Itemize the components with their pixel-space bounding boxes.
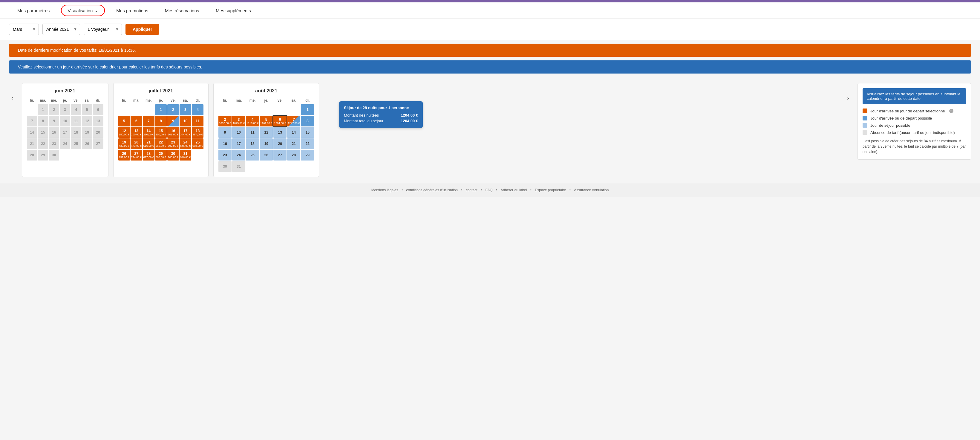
footer-link-cgu[interactable]: conditions générales d'utilisation (406, 188, 458, 192)
table-row[interactable]: 28 (287, 150, 300, 161)
table-row[interactable]: 6 (130, 116, 142, 126)
selected-day[interactable]: 61204,00 € (274, 116, 286, 126)
calendar-aout: août 2021 lu. ma. me. je. ve. sa. di. 1 … (213, 83, 319, 177)
table-row[interactable]: 19430,00 € (118, 139, 130, 149)
table-row[interactable]: 8 (155, 116, 167, 126)
table-row[interactable]: 23602,00 € (167, 139, 179, 149)
table-row[interactable]: 16 (218, 139, 232, 149)
table-row[interactable]: 24 (232, 150, 245, 161)
table-row[interactable]: 25 (246, 150, 259, 161)
tab-parametres[interactable]: Mes paramètres (9, 3, 58, 19)
question-icon[interactable]: ? (949, 109, 953, 113)
footer-link-label[interactable]: Adhérer au label (500, 188, 527, 192)
year-select[interactable]: Année 2021 (43, 24, 80, 35)
table-row[interactable]: 19 (259, 139, 273, 149)
table-row[interactable]: 22559,00 € (155, 139, 167, 149)
table-row[interactable]: 17 (232, 139, 245, 149)
table-row[interactable]: 23 (218, 150, 232, 161)
table-row[interactable]: 20 (274, 139, 286, 149)
table-row[interactable]: 71247,00 € (287, 116, 300, 126)
table-row[interactable]: 14 (287, 127, 300, 138)
table-row[interactable]: 15300,00 € (155, 127, 167, 138)
table-row[interactable]: 4 (192, 104, 204, 115)
table-row[interactable]: 12150,00 € (118, 127, 130, 138)
tab-visualisation[interactable]: Visualisation ⌄ (61, 5, 105, 16)
legend-item-lightblue: Jour de séjour possible (862, 123, 966, 128)
table-row[interactable]: 31946,00 € (180, 150, 191, 161)
table-row[interactable]: 51161,00 € (259, 116, 273, 126)
table-row: 9 (49, 116, 59, 126)
table-row[interactable]: 27774,00 € (130, 150, 142, 161)
table-row[interactable]: 29 (301, 150, 314, 161)
header-me: me. (49, 97, 59, 104)
table-row[interactable]: 5 (118, 116, 130, 126)
table-row[interactable]: 41118,00 € (246, 116, 259, 126)
table-row: 27 (93, 139, 103, 149)
table-row: 23 (49, 139, 59, 149)
table-row[interactable]: 24645,00 € (180, 139, 191, 149)
table-row: 8 (38, 116, 48, 126)
table-row[interactable]: 29860,00 € (155, 150, 167, 161)
table-row[interactable]: 3 (180, 104, 191, 115)
footer-link-faq[interactable]: FAQ (485, 188, 492, 192)
table-row[interactable]: 14250,00 € (143, 127, 154, 138)
table-row[interactable]: 26731,00 € (118, 150, 130, 161)
calendar-juillet-title: juillet 2021 (118, 88, 204, 94)
table-row[interactable]: 7 (143, 116, 154, 126)
alert-orange: Date de dernière modification de vos tar… (9, 44, 971, 57)
table-row[interactable]: 9 (167, 116, 179, 126)
legend-dot-gray (862, 130, 867, 135)
table-row[interactable]: 15 (301, 127, 314, 138)
tooltip-row-nuitees: Montant des nuitées 1204,00 € (344, 112, 418, 118)
table-row[interactable]: 20473,00 € (130, 139, 142, 149)
table-row[interactable]: 10 (180, 116, 191, 126)
table-row (93, 150, 103, 161)
table-row: 19 (82, 127, 92, 138)
table-row[interactable]: 13 (274, 127, 286, 138)
tab-supplements[interactable]: Mes suppléments (207, 3, 259, 19)
table-row[interactable]: 17344,00 € (180, 127, 191, 138)
next-arrow-wrapper: › (845, 83, 851, 104)
table-row[interactable]: 8 (301, 116, 314, 126)
footer-link-espace[interactable]: Espace propriétaire (535, 188, 566, 192)
table-row[interactable]: 11 (192, 116, 204, 126)
table-row[interactable]: 10 (232, 127, 245, 138)
table-row[interactable]: 27 (274, 150, 286, 161)
table-row[interactable]: 11 (246, 127, 259, 138)
table-row[interactable]: 13200,00 € (130, 127, 142, 138)
table-row[interactable]: 21 (287, 139, 300, 149)
table-row[interactable]: 12 (259, 127, 273, 138)
footer-link-assurance[interactable]: Assurance Annulation (574, 188, 609, 192)
table-row[interactable]: 21516,00 € (143, 139, 154, 149)
calendar-juillet-grid: lu. ma. me. je. ve. sa. di. 1 2 3 4 5 6 … (118, 97, 204, 161)
calendar-section: ‹ juin 2021 lu. ma. me. je. ve. sa. di. … (0, 77, 980, 183)
calendar-aout-title: août 2021 (218, 88, 314, 94)
prev-month-button[interactable]: ‹ (9, 92, 16, 104)
table-row: 15 (38, 127, 48, 138)
month-select[interactable]: Mars Avril Mai (9, 24, 39, 35)
table-row[interactable]: 18 (246, 139, 259, 149)
table-row: 13 (93, 116, 103, 126)
travelers-select[interactable]: 1 Voyageur 2 Voyageurs (84, 24, 122, 35)
table-row[interactable]: 31075,00 € (232, 116, 245, 126)
table-row[interactable]: 28817,00 € (143, 150, 154, 161)
tab-reservations[interactable]: Mes réservations (157, 3, 207, 19)
table-row[interactable]: 25688,00 € (192, 139, 204, 149)
table-row[interactable]: 22 (301, 139, 314, 149)
apply-button[interactable]: Appliquer (126, 24, 159, 35)
next-month-button[interactable]: › (845, 92, 851, 104)
footer-link-mentions[interactable]: Mentions légales (371, 188, 398, 192)
header-ma: ma. (38, 97, 48, 104)
table-row[interactable]: 26 (259, 150, 273, 161)
table-row[interactable]: 9 (218, 127, 232, 138)
table-row[interactable]: 2 (167, 104, 179, 115)
table-row[interactable]: 18387,00 € (192, 127, 204, 138)
table-row[interactable]: 16301,00 € (167, 127, 179, 138)
table-row[interactable]: 21032,00 € (218, 116, 232, 126)
tab-promotions[interactable]: Mes promotions (108, 3, 157, 19)
footer-link-contact[interactable]: contact (466, 188, 477, 192)
table-row[interactable]: 1 (155, 104, 167, 115)
tooltip-row-total: Montant total du séjour 1204,00 € (344, 118, 418, 124)
table-row[interactable]: 1 (301, 104, 314, 115)
table-row[interactable]: 30903,00 € (167, 150, 179, 161)
